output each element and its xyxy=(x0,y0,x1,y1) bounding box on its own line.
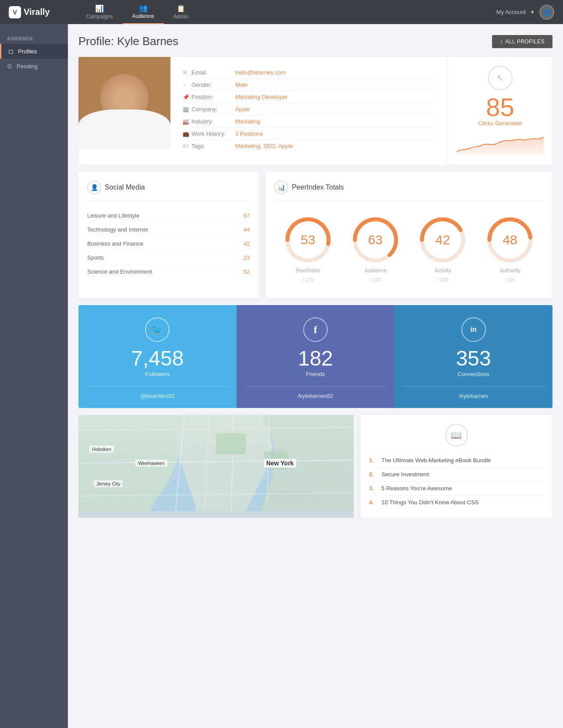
social-label-2: Business and Finance xyxy=(87,240,143,247)
workhistory-label: Work History: xyxy=(191,130,235,137)
field-gender: ♂ Gender: Male xyxy=(183,79,435,91)
social-media-title: 👤 Social Media xyxy=(87,180,250,201)
avatar: 👤 xyxy=(539,5,554,20)
peerindex-icon: 📊 xyxy=(274,180,288,194)
social-value-2: 42 xyxy=(244,240,250,247)
sort-icon: ↕ xyxy=(500,39,503,45)
nav-campaigns[interactable]: 📊 Campaigns xyxy=(77,0,123,24)
linkedin-count: 353 xyxy=(456,348,491,369)
profile-photo xyxy=(78,57,170,149)
social-icon: 👤 xyxy=(87,180,101,194)
peerindex-card: 📊 PeerIndex Totals 53 PeerIndex / 100 xyxy=(266,172,552,298)
resource-1: 2. Secure Investment xyxy=(369,468,544,482)
bottom-row: Weehawken New York Jersey City Hoboken 📖… xyxy=(78,415,552,518)
logo[interactable]: V Virally xyxy=(9,6,77,18)
peerindex-title: 📊 PeerIndex Totals xyxy=(274,180,544,201)
resource-num-1: 2. xyxy=(369,471,378,478)
social-value-4: 52 xyxy=(244,268,250,275)
peer-number-3: 48 xyxy=(503,233,517,246)
resource-0: 1. The Ultimate Web-Marketing eBook Bund… xyxy=(369,454,544,468)
resource-text-3: 10 Things You Didn't Know About CSS xyxy=(382,499,479,506)
cursor-icon: ↖ xyxy=(488,66,513,90)
peer-label-1: Audience xyxy=(365,267,386,274)
clicks-label: Clicks Generated xyxy=(478,120,522,127)
peer-circle-wrap-2: 42 Activity / 100 xyxy=(418,216,467,282)
industry-value: Marketing xyxy=(235,118,260,125)
linkedin-divider xyxy=(403,386,544,387)
social-row-1: Technology and Internet 44 xyxy=(87,223,250,237)
peer-circles: 53 PeerIndex / 100 63 Audience / 100 xyxy=(274,209,544,289)
topnav: V Virally 📊 Campaigns 👥 Audience 📋 Admin… xyxy=(0,0,563,24)
resource-num-2: 3. xyxy=(369,485,378,492)
field-email: ✉ Email: hello@kbarnes.com xyxy=(183,67,435,79)
resource-2: 3. 5 Reasons You're Awesome xyxy=(369,482,544,496)
nav-items: 📊 Campaigns 👥 Audience 📋 Admin xyxy=(77,0,496,24)
clicks-card: ↖ 85 Clicks Generated xyxy=(447,57,552,165)
nav-account[interactable]: My Account ▾ 👤 xyxy=(496,5,554,20)
social-row-4: Science and Environment 52 xyxy=(87,265,250,278)
map-placeholder: Weehawken New York Jersey City Hoboken xyxy=(78,415,354,511)
page-header: Profile: Kyle Barnes ↕ ALL PROFILES xyxy=(78,35,552,48)
nav-admin[interactable]: 📋 Admin xyxy=(164,0,198,24)
tags-icon: 🏷 xyxy=(183,143,191,149)
position-label: Position: xyxy=(191,94,235,100)
peer-label-0: PeerIndex xyxy=(296,267,320,274)
social-label-4: Science and Environment xyxy=(87,268,152,275)
sidebar: Audience ◻ Profiles ⊙ Pending xyxy=(0,24,68,728)
sidebar-profiles-label: Profiles xyxy=(18,48,37,55)
resource-text-0: The Ultimate Web-Marketing eBook Bundle xyxy=(382,457,491,464)
social-media-card: 👤 Social Media Leisure and Lifestyle 67 … xyxy=(78,172,258,298)
nav-admin-label: Admin xyxy=(174,14,188,20)
facebook-count: 182 xyxy=(298,348,333,369)
sidebar-item-profiles[interactable]: ◻ Profiles xyxy=(0,44,68,59)
logo-icon: V xyxy=(9,6,21,18)
page-title: Profile: Kyle Barnes xyxy=(78,35,178,48)
facebook-divider xyxy=(245,386,386,387)
audience-icon: 👥 xyxy=(139,4,148,12)
profile-card: ✉ Email: hello@kbarnes.com ♂ Gender: Mal… xyxy=(78,57,552,165)
position-icon: 📌 xyxy=(183,94,191,100)
all-profiles-button[interactable]: ↕ ALL PROFILES xyxy=(492,35,552,48)
resource-num-3: 4. xyxy=(369,499,378,506)
tags-label: Tags: xyxy=(191,143,235,149)
company-icon: 🏢 xyxy=(183,106,191,113)
social-row-0: Leisure and Lifestyle 67 xyxy=(87,209,250,223)
peer-circle-3: 48 xyxy=(486,216,534,264)
peer-sublabel-2: / 100 xyxy=(437,277,448,282)
peer-circle-wrap-1: 63 Audience / 100 xyxy=(351,216,400,282)
twitter-sub: Followers xyxy=(145,371,170,377)
twitter-icon: 🐦 xyxy=(145,317,170,342)
nav-audience-label: Audience xyxy=(132,13,154,19)
twitter-divider xyxy=(87,386,228,387)
resource-3: 4. 10 Things You Didn't Know About CSS xyxy=(369,496,544,509)
social-value-0: 67 xyxy=(244,212,250,219)
field-industry: 🏭 Industry: Marketing xyxy=(183,116,435,128)
nav-audience[interactable]: 👥 Audience xyxy=(123,0,164,24)
account-arrow: ▾ xyxy=(531,9,534,15)
field-tags: 🏷 Tags: Marketing, SEO, Apple xyxy=(183,140,435,152)
book-icon: 📖 xyxy=(445,424,468,447)
company-value: Apple xyxy=(235,106,250,113)
resource-list: 1. The Ultimate Web-Marketing eBook Bund… xyxy=(369,454,544,509)
gender-label: Gender: xyxy=(191,81,235,88)
twitter-card: 🐦 7,458 Followers @kbarners82 xyxy=(78,305,237,408)
campaigns-icon: 📊 xyxy=(95,4,104,13)
sidebar-item-pending[interactable]: ⊙ Pending xyxy=(0,59,68,74)
account-label: My Account xyxy=(496,9,526,15)
facebook-sub: Friends xyxy=(306,371,325,377)
linkedin-sub: Connections xyxy=(458,371,489,377)
linkedin-icon: in xyxy=(461,317,486,342)
profiles-icon: ◻ xyxy=(8,48,14,55)
peer-sublabel-3: / 100 xyxy=(505,277,515,282)
social-label-0: Leisure and Lifestyle xyxy=(87,212,139,219)
peerindex-title-text: PeerIndex Totals xyxy=(292,183,344,191)
pending-icon: ⊙ xyxy=(7,63,12,70)
social-title-text: Social Media xyxy=(105,183,145,191)
field-workhistory: 💼 Work History: 3 Positions xyxy=(183,128,435,140)
social-value-3: 23 xyxy=(244,254,250,261)
resources-icon-wrap: 📖 xyxy=(369,424,544,447)
peer-sublabel-1: / 100 xyxy=(370,277,380,282)
map-hoboken: Hoboken xyxy=(89,446,114,453)
map-jerseycity: Jersey City xyxy=(94,480,123,487)
all-profiles-label: ALL PROFILES xyxy=(505,39,545,45)
